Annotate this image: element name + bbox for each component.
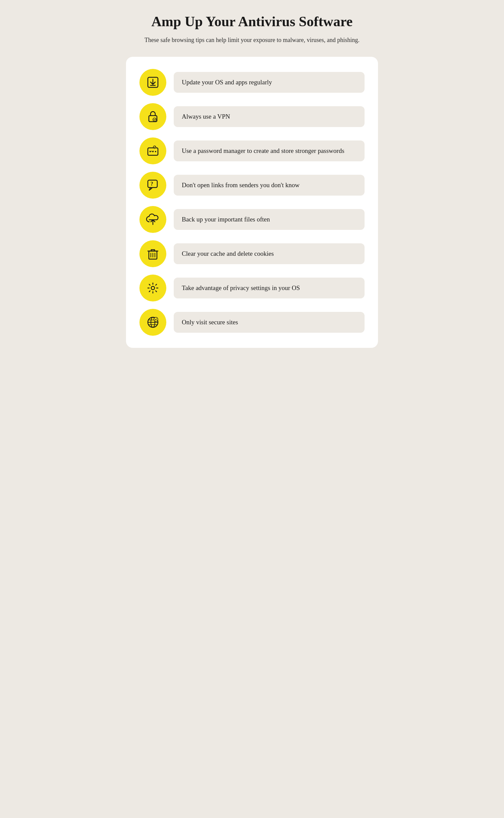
tip-text-box-password-manager: Use a password manager to create and sto…: [174, 140, 365, 162]
tip-text-backup-files: Back up your important files often: [182, 216, 270, 223]
tip-text-box-privacy-settings: Take advantage of privacy settings in yo…: [174, 278, 365, 299]
icon-circle-secure-sites: [139, 309, 166, 336]
tips-card: Update your OS and apps regularly Always…: [126, 57, 378, 348]
icon-circle-password-manager: ***: [139, 137, 166, 164]
svg-text:***: ***: [149, 151, 154, 154]
trash-icon: [146, 247, 160, 261]
tip-text-box-no-unknown-links: Don't open links from senders you don't …: [174, 175, 365, 196]
svg-text:?: ?: [151, 181, 153, 187]
page-title: Amp Up Your Antivirus Software: [126, 13, 378, 30]
question-bubble-icon: ?: [146, 178, 160, 192]
tip-item-secure-sites: Only visit secure sites: [139, 309, 365, 336]
tip-text-no-unknown-links: Don't open links from senders you don't …: [182, 181, 299, 189]
icon-circle-backup-files: [139, 206, 166, 233]
tip-text-privacy-settings: Take advantage of privacy settings in yo…: [182, 284, 300, 291]
svg-point-9: [155, 151, 156, 152]
gear-icon: [146, 281, 160, 295]
download-icon: [146, 75, 160, 89]
tip-text-update-os: Update your OS and apps regularly: [182, 79, 272, 86]
tip-text-use-vpn: Always use a VPN: [182, 113, 230, 120]
icon-circle-update-os: [139, 69, 166, 96]
tip-text-box-update-os: Update your OS and apps regularly: [174, 72, 365, 93]
tip-text-secure-sites: Only visit secure sites: [182, 319, 238, 326]
tip-item-privacy-settings: Take advantage of privacy settings in yo…: [139, 275, 365, 301]
tip-item-password-manager: *** Use a password manager to create and…: [139, 137, 365, 164]
tip-item-clear-cache: Clear your cache and delete cookies: [139, 240, 365, 267]
tip-item-backup-files: Back up your important files often: [139, 206, 365, 233]
tip-text-box-backup-files: Back up your important files often: [174, 209, 365, 230]
tip-item-no-unknown-links: ? Don't open links from senders you don'…: [139, 172, 365, 199]
password-icon: ***: [146, 144, 160, 158]
tip-text-clear-cache: Clear your cache and delete cookies: [182, 250, 274, 257]
tip-text-box-clear-cache: Clear your cache and delete cookies: [174, 243, 365, 264]
globe-check-icon: [146, 315, 160, 329]
icon-circle-no-unknown-links: ?: [139, 172, 166, 199]
svg-point-19: [151, 286, 155, 290]
page-subtitle: These safe browsing tips can help limit …: [126, 36, 378, 45]
tip-text-box-secure-sites: Only visit secure sites: [174, 312, 365, 333]
tip-item-update-os: Update your OS and apps regularly: [139, 69, 365, 96]
icon-circle-privacy-settings: [139, 275, 166, 301]
tip-text-box-use-vpn: Always use a VPN: [174, 106, 365, 127]
cloud-upload-icon: [146, 212, 160, 227]
tip-item-use-vpn: Always use a VPN: [139, 103, 365, 130]
tip-text-password-manager: Use a password manager to create and sto…: [182, 147, 344, 154]
page-container: Amp Up Your Antivirus Software These saf…: [126, 13, 378, 348]
icon-circle-clear-cache: [139, 240, 166, 267]
lock-check-icon: [146, 110, 160, 124]
icon-circle-use-vpn: [139, 103, 166, 130]
